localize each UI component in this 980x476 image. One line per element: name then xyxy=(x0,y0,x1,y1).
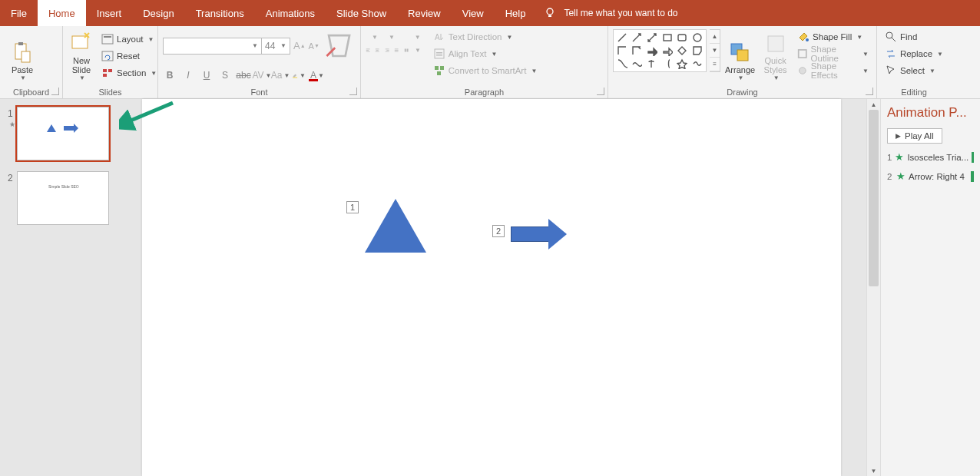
scroll-up-icon[interactable]: ▲ xyxy=(867,99,880,110)
clipboard-launcher[interactable] xyxy=(51,88,59,95)
mini-arrow-icon xyxy=(64,126,74,131)
svg-rect-13 xyxy=(103,69,107,72)
reset-button[interactable]: Reset xyxy=(98,48,160,64)
tab-slideshow[interactable]: Slide Show xyxy=(326,0,397,26)
group-drawing: ▲▼≡ Arrange▼ Quick Styles▼ Shape Fill▼ S… xyxy=(608,26,877,98)
animation-item-2[interactable]: 2 ★ Arrow: Right 4 xyxy=(887,170,974,182)
play-all-button[interactable]: ▶ Play All xyxy=(887,128,942,144)
group-paragraph: ▼ 123▼ ▼ ▼ AText Direction▼ Align Text▼ xyxy=(361,26,608,98)
shape-triangle[interactable] xyxy=(365,199,426,253)
thumb-slide-1[interactable] xyxy=(17,107,109,160)
highlight-button[interactable]: ▼ xyxy=(292,68,306,82)
smartart-icon xyxy=(433,64,445,77)
svg-rect-47 xyxy=(395,49,399,50)
shrink-font-icon[interactable]: A▼ xyxy=(309,39,319,53)
strike-button[interactable]: abc xyxy=(237,68,250,82)
shape-outline-button[interactable]: Shape Outline▼ xyxy=(794,46,872,61)
tab-review[interactable]: Review xyxy=(397,0,452,26)
quick-styles-icon xyxy=(763,31,788,56)
font-name-combo[interactable]: ▼ xyxy=(163,38,261,55)
animation-tag-2[interactable]: 2 xyxy=(492,225,505,237)
tab-help[interactable]: Help xyxy=(495,0,537,26)
vertical-scrollbar[interactable]: ▲ ▼ xyxy=(866,99,880,476)
svg-rect-14 xyxy=(103,74,107,77)
svg-point-61 xyxy=(694,34,701,41)
new-slide-label: New Slide xyxy=(72,56,91,74)
columns-icon[interactable] xyxy=(404,47,409,54)
text-direction-button[interactable]: AText Direction▼ xyxy=(430,29,541,45)
svg-rect-66 xyxy=(799,50,806,58)
svg-rect-41 xyxy=(376,49,379,50)
shape-gallery[interactable] xyxy=(613,29,707,72)
shape-fill-button[interactable]: Shape Fill▼ xyxy=(794,29,872,45)
convert-smartart-button[interactable]: Convert to SmartArt▼ xyxy=(430,63,541,78)
clear-format-icon[interactable] xyxy=(323,29,356,62)
scroll-thumb[interactable] xyxy=(869,110,879,286)
align-center-icon[interactable] xyxy=(375,47,379,54)
svg-point-65 xyxy=(806,38,809,41)
tab-file[interactable]: File xyxy=(0,0,38,26)
new-slide-button[interactable]: New Slide ▼ xyxy=(68,29,95,83)
font-launcher[interactable] xyxy=(349,88,357,95)
svg-rect-16 xyxy=(293,78,297,78)
tab-transitions[interactable]: Transitions xyxy=(185,0,255,26)
paste-label: Paste xyxy=(12,65,33,74)
shadow-button[interactable]: S xyxy=(218,68,232,82)
arrange-button[interactable]: Arrange▼ xyxy=(723,29,757,83)
font-color-button[interactable]: A▼ xyxy=(310,68,324,82)
char-spacing-button[interactable]: AV▼ xyxy=(255,68,269,82)
slide-canvas[interactable]: 1 2 xyxy=(142,99,841,476)
shape-arrow[interactable] xyxy=(511,226,549,242)
paragraph-launcher[interactable] xyxy=(597,88,604,95)
scroll-down-icon[interactable]: ▼ xyxy=(867,465,880,476)
bold-button[interactable]: B xyxy=(163,68,177,82)
layout-button[interactable]: Layout▼ xyxy=(98,31,160,47)
change-case-button[interactable]: Aa▼ xyxy=(273,68,287,82)
shape-effects-button[interactable]: Shape Effects▼ xyxy=(794,63,872,78)
tab-animations[interactable]: Animations xyxy=(255,0,326,26)
shape-fill-icon xyxy=(797,31,809,43)
svg-rect-38 xyxy=(366,49,370,50)
animation-item-1[interactable]: 1 ★ Isosceles Tria... xyxy=(887,151,974,163)
paste-icon xyxy=(10,41,35,65)
align-text-button[interactable]: Align Text▼ xyxy=(430,46,541,61)
select-button[interactable]: Select▼ xyxy=(882,63,946,78)
font-size-combo[interactable]: 44▼ xyxy=(261,38,290,55)
underline-button[interactable]: U xyxy=(200,68,214,82)
mini-triangle-icon xyxy=(47,124,56,132)
drawing-launcher[interactable] xyxy=(866,88,873,95)
paste-button[interactable]: Paste ▼ xyxy=(5,29,40,83)
tab-insert[interactable]: Insert xyxy=(86,0,133,26)
grow-font-icon[interactable]: A▲ xyxy=(293,39,306,53)
svg-rect-15 xyxy=(108,69,112,72)
align-right-icon[interactable] xyxy=(385,47,389,54)
quick-styles-button[interactable]: Quick Styles▼ xyxy=(760,29,791,83)
shape-effects-icon xyxy=(797,64,808,77)
animation-tag-1[interactable]: 1 xyxy=(346,201,359,213)
svg-rect-63 xyxy=(737,50,748,61)
replace-button[interactable]: Replace▼ xyxy=(882,46,946,61)
italic-button[interactable]: I xyxy=(181,68,195,82)
svg-rect-55 xyxy=(436,55,442,56)
replace-icon xyxy=(885,48,897,60)
shape-arrow-head xyxy=(548,219,567,250)
align-text-icon xyxy=(433,48,445,60)
tell-me-label: Tell me what you want to do xyxy=(564,8,677,18)
section-button[interactable]: Section▼ xyxy=(98,65,160,81)
find-button[interactable]: Find xyxy=(882,29,946,45)
svg-rect-53 xyxy=(435,49,444,58)
justify-icon[interactable] xyxy=(394,47,399,54)
tab-view[interactable]: View xyxy=(452,0,495,26)
svg-rect-12 xyxy=(102,51,113,61)
tab-design[interactable]: Design xyxy=(132,0,184,26)
svg-rect-3 xyxy=(22,51,30,62)
svg-rect-11 xyxy=(104,36,111,38)
shape-gallery-scroll[interactable]: ▲▼≡ xyxy=(710,29,720,72)
svg-point-67 xyxy=(800,68,806,74)
thumb-slide-2[interactable]: Simple Slide SEO xyxy=(17,171,109,225)
tab-home[interactable]: Home xyxy=(38,0,86,26)
tell-me[interactable]: Tell me what you want to do xyxy=(544,0,677,26)
play-icon: ▶ xyxy=(896,132,901,140)
align-left-icon[interactable] xyxy=(366,47,370,54)
group-slides-label: Slides xyxy=(63,88,157,97)
